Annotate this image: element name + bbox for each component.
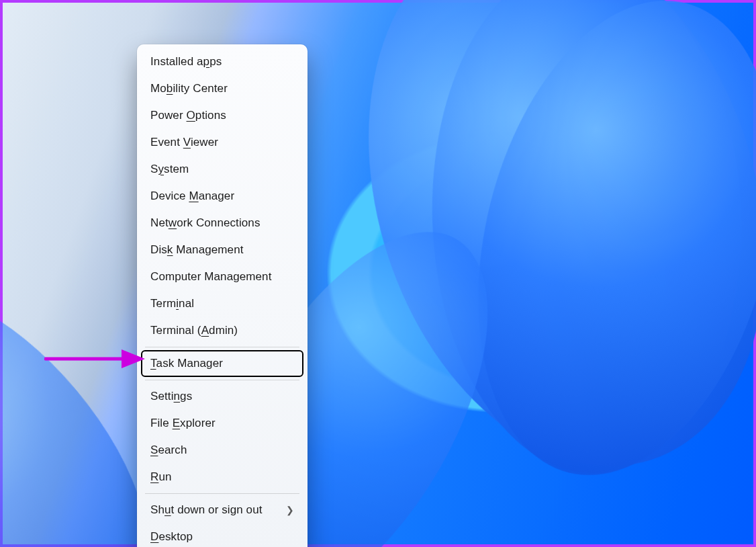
menu-item-label: Desktop	[150, 530, 193, 544]
menu-item-desktop[interactable]: Desktop	[141, 523, 303, 547]
menu-separator	[145, 347, 299, 347]
menu-item-disk-management[interactable]: Disk Management	[141, 237, 303, 263]
menu-item-label: Device Manager	[150, 190, 234, 203]
menu-item-terminal[interactable]: Terminal	[141, 290, 303, 317]
menu-item-installed-apps[interactable]: Installed apps	[141, 48, 303, 75]
menu-item-label: Computer Management	[150, 270, 272, 284]
menu-item-network-connections[interactable]: Network Connections	[141, 210, 303, 237]
menu-item-run[interactable]: Run	[141, 464, 303, 491]
menu-item-search[interactable]: Search	[141, 437, 303, 464]
menu-item-event-viewer[interactable]: Event Viewer	[141, 129, 303, 156]
menu-item-task-manager[interactable]: Task Manager	[141, 350, 303, 377]
chevron-right-icon: ❯	[286, 505, 294, 515]
menu-item-label: Terminal (Admin)	[150, 324, 238, 337]
menu-item-label: Shut down or sign out	[150, 503, 263, 517]
menu-separator	[145, 493, 299, 494]
menu-item-label: Power Options	[150, 109, 226, 122]
menu-item-device-manager[interactable]: Device Manager	[141, 183, 303, 210]
menu-item-label: Network Connections	[150, 216, 261, 230]
menu-item-label: Settings	[150, 390, 192, 403]
menu-item-mobility-center[interactable]: Mobility Center	[141, 75, 303, 102]
menu-item-file-explorer[interactable]: File Explorer	[141, 410, 303, 437]
menu-item-label: Run	[150, 470, 172, 484]
menu-item-terminal-admin[interactable]: Terminal (Admin)	[141, 317, 303, 344]
menu-separator	[145, 380, 299, 380]
menu-item-label: Installed apps	[150, 55, 222, 69]
menu-item-label: System	[150, 163, 189, 176]
winx-context-menu: Installed apps Mobility Center Power Opt…	[137, 44, 308, 547]
menu-item-shut-down[interactable]: Shut down or sign out ❯	[141, 497, 303, 523]
menu-item-computer-management[interactable]: Computer Management	[141, 263, 303, 290]
menu-item-system[interactable]: System	[141, 156, 303, 183]
menu-item-label: Event Viewer	[150, 136, 218, 149]
menu-item-power-options[interactable]: Power Options	[141, 102, 303, 129]
menu-item-settings[interactable]: Settings	[141, 383, 303, 410]
menu-item-label: Disk Management	[150, 243, 244, 257]
annotated-frame: Installed apps Mobility Center Power Opt…	[0, 0, 756, 547]
menu-item-label: File Explorer	[150, 417, 216, 430]
menu-item-label: Terminal	[150, 297, 194, 310]
menu-item-label: Search	[150, 444, 187, 457]
menu-item-label: Task Manager	[150, 357, 223, 370]
menu-item-label: Mobility Center	[150, 82, 228, 95]
